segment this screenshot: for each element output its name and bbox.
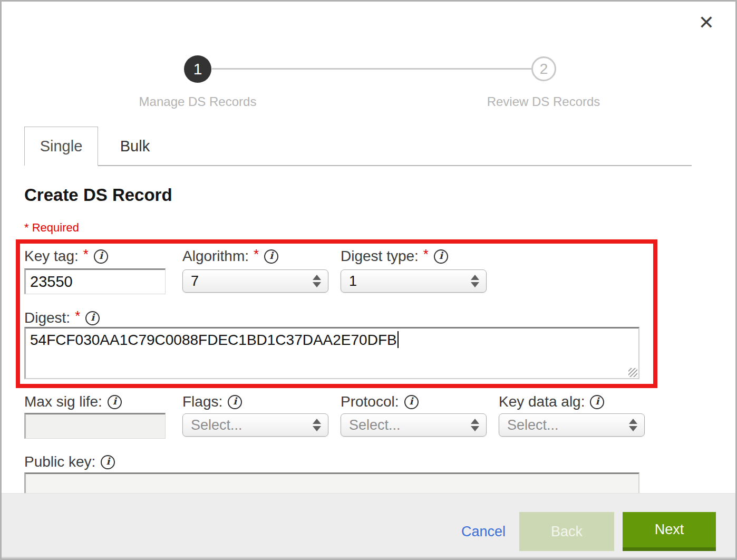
step-2-label: Review DS Records — [454, 94, 633, 109]
resize-handle-icon[interactable] — [628, 368, 637, 377]
select-arrows-icon — [471, 275, 479, 287]
info-icon[interactable]: i — [264, 249, 278, 264]
digest-label-text: Digest: — [24, 310, 70, 326]
page-title: Create DS Record — [24, 185, 172, 205]
protocol-select[interactable]: Select... — [341, 413, 487, 437]
select-arrows-icon — [629, 419, 637, 431]
select-arrows-icon — [313, 419, 321, 431]
info-icon[interactable]: i — [434, 249, 448, 264]
select-arrows-icon — [313, 275, 321, 287]
algorithm-select-value: 7 — [191, 273, 199, 289]
select-arrows-icon — [471, 419, 479, 431]
digest-type-label: Digest type: * i — [341, 247, 448, 265]
tab-single[interactable]: Single — [24, 127, 98, 166]
digest-type-label-text: Digest type: — [341, 248, 419, 265]
key-data-alg-label-text: Key data alg: — [499, 393, 585, 410]
back-button[interactable]: Back — [519, 512, 614, 551]
cancel-button[interactable]: Cancel — [461, 524, 506, 540]
public-key-label-text: Public key: — [24, 453, 95, 470]
info-icon[interactable]: i — [108, 395, 122, 409]
algorithm-select[interactable]: 7 — [182, 269, 328, 293]
create-ds-record-modal: ✕ 1 2 Manage DS Records Review DS Record… — [0, 0, 737, 560]
required-asterisk: * — [423, 246, 429, 263]
step-1-circle: 1 — [184, 55, 211, 83]
flags-select[interactable]: Select... — [182, 413, 328, 437]
key-data-alg-label: Key data alg: i — [499, 393, 604, 411]
digest-label: Digest: * i — [24, 309, 100, 327]
key-data-alg-select-value: Select... — [507, 417, 559, 433]
step-1-label: Manage DS Records — [108, 94, 287, 109]
protocol-label-text: Protocol: — [341, 393, 399, 410]
text-caret — [397, 331, 399, 348]
flags-select-value: Select... — [191, 417, 243, 433]
info-icon[interactable]: i — [85, 311, 100, 325]
digest-textarea[interactable]: 54FCF030AA1C79C0088FDEC1BD1C37DAA2E70DFB — [24, 327, 639, 379]
max-sig-life-label: Max sig life: i — [24, 393, 122, 411]
digest-value: 54FCF030AA1C79C0088FDEC1BD1C37DAA2E70DFB — [30, 332, 397, 348]
flags-label-text: Flags: — [182, 393, 222, 410]
key-data-alg-select[interactable]: Select... — [499, 413, 645, 437]
tab-divider-line — [98, 165, 692, 166]
public-key-label: Public key: i — [24, 453, 115, 471]
info-icon[interactable]: i — [228, 395, 242, 409]
key-tag-label: Key tag: * i — [24, 247, 108, 265]
next-button[interactable]: Next — [623, 512, 716, 551]
required-note: * Required — [24, 221, 79, 235]
required-asterisk: * — [75, 308, 80, 324]
info-icon[interactable]: i — [404, 395, 419, 409]
key-tag-input[interactable] — [24, 268, 166, 294]
info-icon[interactable]: i — [101, 455, 115, 469]
tab-bulk[interactable]: Bulk — [98, 127, 172, 166]
protocol-select-value: Select... — [349, 417, 401, 433]
required-asterisk: * — [83, 246, 89, 263]
required-asterisk: * — [254, 246, 259, 263]
step-2-circle: 2 — [531, 56, 556, 81]
protocol-label: Protocol: i — [341, 393, 419, 411]
algorithm-label: Algorithm: * i — [182, 247, 278, 265]
algorithm-label-text: Algorithm: — [182, 248, 249, 265]
max-sig-life-label-text: Max sig life: — [24, 393, 102, 410]
close-icon[interactable]: ✕ — [699, 13, 714, 32]
info-icon[interactable]: i — [590, 395, 604, 409]
max-sig-life-input[interactable] — [24, 413, 166, 439]
info-icon[interactable]: i — [94, 249, 108, 264]
flags-label: Flags: i — [182, 393, 242, 411]
digest-type-select-value: 1 — [349, 273, 357, 289]
key-tag-label-text: Key tag: — [24, 248, 79, 265]
digest-type-select[interactable]: 1 — [341, 269, 487, 293]
stepper-connector-line — [212, 68, 531, 70]
